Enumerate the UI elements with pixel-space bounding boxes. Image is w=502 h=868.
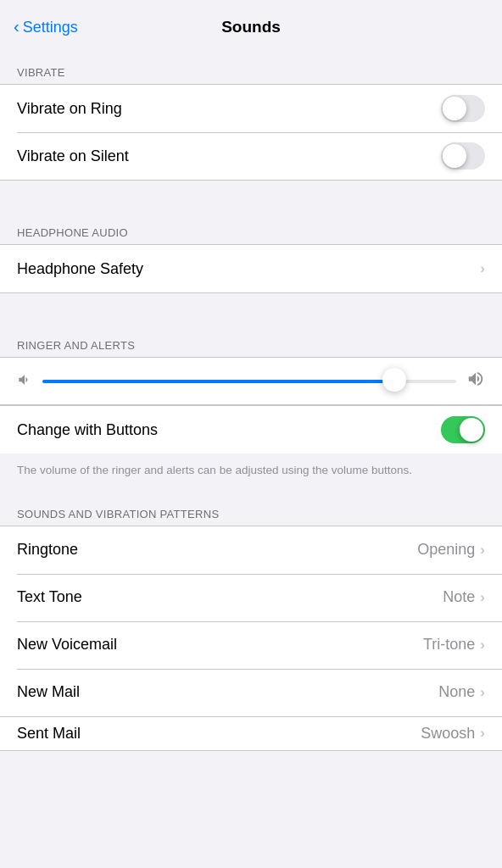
change-with-buttons-row[interactable]: Change with Buttons bbox=[0, 406, 502, 453]
new-voicemail-value: Tri-tone bbox=[423, 636, 475, 654]
text-tone-chevron-icon: › bbox=[480, 589, 485, 606]
volume-low-icon bbox=[17, 372, 32, 391]
volume-high-icon bbox=[466, 370, 485, 392]
slider-fill bbox=[42, 380, 394, 383]
ringtone-row[interactable]: Ringtone Opening › bbox=[0, 526, 502, 574]
new-mail-chevron-icon: › bbox=[480, 684, 485, 701]
sounds-vibration-section: SOUNDS AND VIBRATION PATTERNS Ringtone O… bbox=[0, 492, 502, 751]
new-voicemail-chevron-icon: › bbox=[480, 637, 485, 654]
change-with-buttons-label: Change with Buttons bbox=[17, 421, 158, 439]
new-mail-value: None bbox=[438, 683, 475, 701]
new-mail-label: New Mail bbox=[17, 683, 80, 701]
new-voicemail-right: Tri-tone › bbox=[423, 636, 485, 654]
change-buttons-section: Change with Buttons bbox=[0, 405, 502, 453]
sounds-vibration-section-header: SOUNDS AND VIBRATION PATTERNS bbox=[0, 492, 502, 526]
text-tone-right: Note › bbox=[443, 588, 485, 606]
back-button[interactable]: ‹ Settings bbox=[14, 18, 78, 36]
ringer-description: The volume of the ringer and alerts can … bbox=[0, 453, 502, 492]
sent-mail-right: Swoosh › bbox=[421, 725, 485, 743]
vibrate-on-silent-toggle[interactable] bbox=[441, 142, 485, 170]
ringtone-chevron-icon: › bbox=[480, 542, 485, 559]
vibrate-on-ring-label: Vibrate on Ring bbox=[17, 100, 122, 118]
ringer-alerts-section-header: RINGER AND ALERTS bbox=[0, 324, 502, 357]
new-mail-row[interactable]: New Mail None › bbox=[0, 669, 502, 716]
vibrate-section: VIBRATE Vibrate on Ring Vibrate on Silen… bbox=[0, 51, 502, 181]
change-with-buttons-toggle[interactable] bbox=[441, 416, 485, 443]
divider-1 bbox=[0, 181, 502, 211]
vibrate-section-body: Vibrate on Ring Vibrate on Silent bbox=[0, 84, 502, 181]
vibrate-on-ring-toggle-knob bbox=[443, 97, 466, 120]
vibrate-on-ring-row[interactable]: Vibrate on Ring bbox=[0, 85, 502, 132]
text-tone-row[interactable]: Text Tone Note › bbox=[0, 574, 502, 621]
headphone-safety-right: › bbox=[480, 260, 485, 277]
back-chevron-icon: ‹ bbox=[14, 17, 20, 36]
divider-2 bbox=[0, 293, 502, 324]
page-title: Sounds bbox=[221, 18, 281, 36]
new-voicemail-label: New Voicemail bbox=[17, 636, 117, 654]
sent-mail-label: Sent Mail bbox=[17, 725, 81, 743]
headphone-audio-section: HEADPHONE AUDIO Headphone Safety › bbox=[0, 211, 502, 293]
sent-mail-value: Swoosh bbox=[421, 725, 475, 743]
sent-mail-row[interactable]: Sent Mail Swoosh › bbox=[0, 716, 502, 750]
vibrate-on-silent-row[interactable]: Vibrate on Silent bbox=[0, 132, 502, 180]
ringtone-value: Opening bbox=[417, 541, 475, 559]
headphone-audio-section-header: HEADPHONE AUDIO bbox=[0, 211, 502, 244]
vibrate-on-silent-label: Vibrate on Silent bbox=[17, 147, 129, 165]
headphone-safety-label: Headphone Safety bbox=[17, 260, 143, 278]
slider-thumb[interactable] bbox=[382, 368, 406, 392]
slider-row bbox=[17, 370, 485, 392]
vibrate-on-silent-toggle-knob bbox=[443, 144, 466, 168]
text-tone-label: Text Tone bbox=[17, 588, 82, 606]
vibrate-section-header: VIBRATE bbox=[0, 51, 502, 84]
change-with-buttons-toggle-knob bbox=[460, 418, 483, 442]
headphone-safety-chevron-icon: › bbox=[480, 260, 485, 277]
back-label: Settings bbox=[23, 19, 78, 36]
slider-track bbox=[42, 380, 456, 383]
vibrate-on-ring-toggle[interactable] bbox=[441, 95, 485, 122]
ringer-alerts-section: RINGER AND ALERTS Change with bbox=[0, 324, 502, 492]
text-tone-value: Note bbox=[443, 588, 475, 606]
headphone-safety-row[interactable]: Headphone Safety › bbox=[0, 245, 502, 292]
navigation-header: ‹ Settings Sounds bbox=[0, 0, 502, 51]
volume-slider[interactable] bbox=[42, 378, 456, 385]
ringtone-right: Opening › bbox=[417, 541, 485, 559]
ringtone-label: Ringtone bbox=[17, 541, 78, 559]
ringer-slider-container bbox=[0, 357, 502, 405]
new-mail-right: None › bbox=[438, 683, 485, 701]
sounds-vibration-section-body: Ringtone Opening › Text Tone Note › New … bbox=[0, 526, 502, 751]
sent-mail-chevron-icon: › bbox=[480, 725, 485, 742]
headphone-audio-section-body: Headphone Safety › bbox=[0, 244, 502, 293]
new-voicemail-row[interactable]: New Voicemail Tri-tone › bbox=[0, 621, 502, 669]
